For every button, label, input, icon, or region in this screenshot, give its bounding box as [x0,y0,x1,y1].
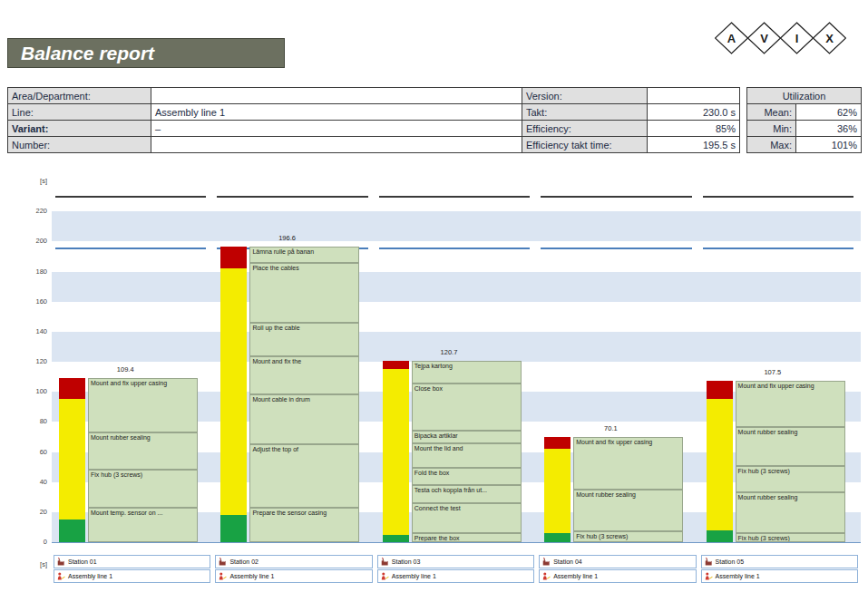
y-axis-tick-label: 100 [16,387,47,396]
assembly-line-label: Assembly line 1 [68,573,112,579]
station-line-cell: Assembly line 1 [377,569,534,583]
bar-total-label: 70.1 [541,424,680,433]
efficiency-takt-line-segment [541,248,691,249]
task-box: Mount temp. sensor on ... [88,508,198,542]
balance-report-page: Balance report A V I X Area/Department: … [0,0,868,602]
y-axis-tick-label: 120 [16,357,47,366]
grid-band [52,272,861,302]
task-box: Mount and fix the [249,356,359,394]
task-box: Mount cable in drum [249,394,359,444]
bar-segment-red [220,247,247,268]
task-box: Mount rubber sealing [736,492,845,533]
bar-segment-red [383,361,409,369]
bar-total-label: 120.7 [379,348,519,357]
task-box: Lämna rulle på banan [249,247,359,263]
task-box: Fix hub (3 screws) [573,531,683,542]
task-box: Place the cables [249,263,359,323]
task-box: Tejpa kartong [412,361,522,384]
bar-segment-green [544,533,571,542]
takt-line-segment [541,196,691,198]
assembly-line-label: Assembly line 1 [716,573,760,579]
bar-segment-green [707,530,733,542]
task-box: Fix hub (3 screws) [736,466,845,492]
takt-line-segment [703,196,853,198]
station-name-cell: Station 05 [701,555,858,568]
assembly-line-label: Assembly line 1 [229,573,274,579]
task-box: Fold the box [412,468,522,485]
y-axis-tick-label: 140 [16,327,47,336]
bar-segment-green [59,519,85,542]
y-axis-tick-label: 160 [16,297,47,306]
task-box: Mount rubber sealing [88,432,198,470]
station-name-label: Station 02 [229,558,258,565]
efficiency-takt-line-segment [379,248,530,249]
bar-segment-yellow [544,449,571,533]
person-icon [381,572,389,580]
bar-segment-yellow [220,268,247,515]
station-name-cell: Station 03 [377,555,534,568]
bar-segment-red [59,378,85,399]
y-axis-tick-label: 220 [16,207,47,216]
person-icon [542,572,551,580]
y-axis-tick-label: 180 [16,267,47,277]
station-line-cell: Assembly line 1 [539,569,696,583]
y-axis-tick-label: 20 [16,508,47,517]
task-box: Connect the test [412,503,522,533]
factory-icon [219,558,227,566]
station-name-cell: Station 02 [215,555,372,568]
factory-icon [57,558,65,566]
factory-icon [542,558,551,566]
y-axis-tick-label: 200 [16,237,47,246]
task-box: Fix hub (3 screws) [736,533,845,542]
station-line-cell: Assembly line 1 [54,569,210,583]
person-icon [219,572,227,580]
factory-icon [381,558,389,566]
assembly-line-label: Assembly line 1 [392,573,436,579]
task-box: Fix hub (3 screws) [88,470,198,508]
task-box: Bipacka artiklar [412,431,522,443]
station-name-label: Station 04 [553,558,582,565]
task-box: Prepare the box [412,533,522,542]
bar-total-label: 107.5 [703,368,843,377]
efficiency-takt-line-segment [703,248,853,249]
bar-segment-yellow [383,369,409,535]
efficiency-takt-line-segment [55,248,206,249]
grid-band [52,332,861,362]
station-line-cell: Assembly line 1 [215,569,372,583]
x-axis-line [52,542,861,543]
task-box: Adjust the top of [249,444,359,508]
station-name-cell: Station 01 [54,555,210,568]
takt-line-segment [379,196,530,198]
person-icon [57,572,65,580]
task-box: Mount and fix upper casing [88,378,198,432]
station-name-label: Station 01 [68,558,97,565]
bar-segment-yellow [707,399,733,530]
bar-segment-red [544,437,571,449]
y-axis-tick-label: 80 [16,417,47,426]
person-icon [705,572,713,580]
bar-segment-green [383,535,409,542]
takt-line-segment [55,196,206,198]
y-axis-tick-label: 40 [16,478,47,487]
station-name-label: Station 03 [392,558,421,565]
grid-band [52,211,861,241]
bar-total-label: 196.6 [217,234,356,243]
task-box: Roll up the cable [249,323,359,356]
task-box: Mount and fix upper casing [573,437,683,490]
assembly-line-label: Assembly line 1 [553,573,598,579]
bar-segment-red [707,381,733,399]
task-box: Mount rubber sealing [573,490,683,531]
station-line-cell: Assembly line 1 [701,569,858,583]
task-box: Prepare the sensor casing [249,508,359,542]
y-axis-tick-label: 60 [16,448,47,457]
bar-total-label: 109.4 [55,365,195,374]
bar-segment-green [220,515,247,542]
task-box: Mount rubber sealing [736,427,845,466]
station-name-cell: Station 04 [539,555,696,568]
station-name-label: Station 05 [716,558,745,565]
takt-line-segment [217,196,367,198]
task-box: Mount and fix upper casing [736,381,845,427]
task-box: Testa och koppla från ut... [412,485,522,503]
task-box: Close box [412,384,522,431]
factory-icon [705,558,713,566]
